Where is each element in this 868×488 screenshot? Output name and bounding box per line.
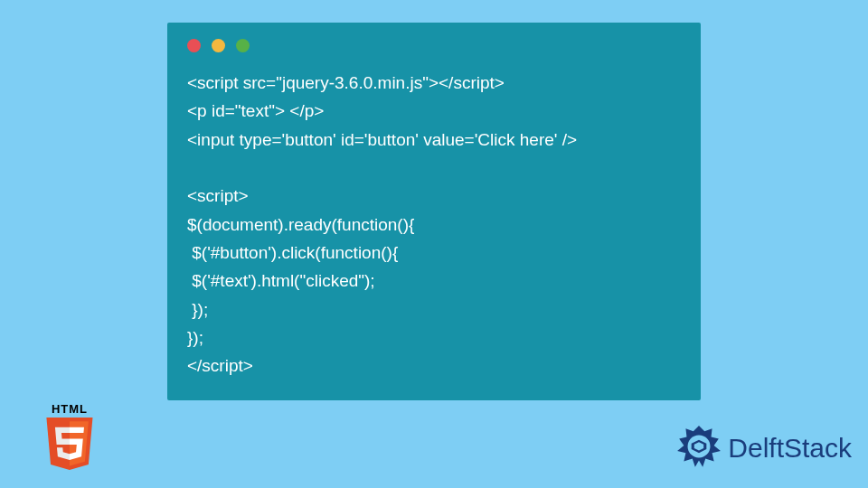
code-window: <script src="jquery-3.6.0.min.js"></scri… (167, 23, 701, 400)
delftstack-label: DelftStack (728, 433, 852, 464)
html5-shield-icon (43, 418, 96, 470)
code-snippet: <script src="jquery-3.6.0.min.js"></scri… (187, 69, 681, 380)
close-icon[interactable] (187, 39, 201, 52)
window-titlebar (187, 37, 681, 69)
html5-badge: HTML (38, 402, 101, 474)
maximize-icon[interactable] (236, 39, 250, 52)
delftstack-icon (675, 425, 722, 472)
minimize-icon[interactable] (212, 39, 225, 52)
delftstack-logo: DelftStack (675, 425, 852, 472)
html5-label: HTML (38, 402, 101, 416)
